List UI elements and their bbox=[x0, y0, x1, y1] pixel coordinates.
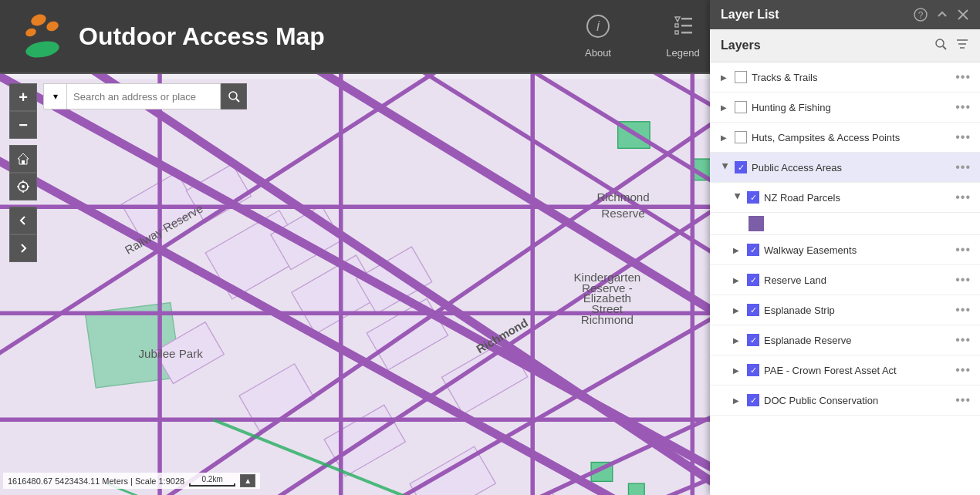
svg-point-87 bbox=[229, 92, 237, 99]
scale-line bbox=[189, 483, 235, 487]
layer-item-hunting[interactable]: ▶ Hunting & Fishing ••• bbox=[710, 93, 980, 123]
back-button[interactable] bbox=[9, 207, 37, 234]
app-logo bbox=[15, 9, 69, 63]
walkway-expand-arrow: ▶ bbox=[733, 246, 742, 254]
layer-panel-collapse-button[interactable] bbox=[935, 8, 949, 22]
esplanade-strip-expand-arrow: ▶ bbox=[733, 306, 742, 315]
hunting-expand-arrow: ▶ bbox=[721, 103, 730, 112]
svg-text:Jubilee Park: Jubilee Park bbox=[138, 347, 203, 360]
esplanade-reserve-more-button[interactable]: ••• bbox=[954, 333, 972, 347]
huts-label: Huts, Campsites & Access Points bbox=[752, 132, 949, 143]
huts-checkbox[interactable] bbox=[735, 131, 747, 143]
search-input[interactable] bbox=[66, 83, 221, 109]
nav-legend-label: Legend bbox=[666, 47, 699, 59]
doc-label: DOC Public Conservation bbox=[764, 395, 949, 406]
public-access-checkbox[interactable]: ✓ bbox=[735, 161, 747, 173]
svg-text:Richmond: Richmond bbox=[596, 190, 649, 204]
layer-panel-header-icons: ? bbox=[914, 8, 969, 22]
svg-point-1 bbox=[45, 20, 59, 33]
scale-coordinates: 1616480.67 5423434.11 Meters | Scale 1:9… bbox=[8, 476, 184, 486]
zoom-in-button[interactable]: + bbox=[9, 83, 37, 111]
layer-item-esplanade-strip[interactable]: ▶ ✓ Esplanade Strip ••• bbox=[710, 295, 980, 325]
about-icon: i bbox=[586, 14, 610, 44]
pae-more-button[interactable]: ••• bbox=[954, 363, 972, 377]
layers-title-bar: Layers bbox=[710, 29, 980, 62]
layer-item-walkway[interactable]: ▶ ✓ Walkway Easements ••• bbox=[710, 235, 980, 265]
layer-panel-close-button[interactable] bbox=[957, 8, 969, 21]
walkway-label: Walkway Easements bbox=[764, 244, 949, 256]
svg-point-0 bbox=[29, 12, 48, 28]
doc-more-button[interactable]: ••• bbox=[954, 393, 972, 407]
doc-checkbox[interactable]: ✓ bbox=[747, 394, 759, 406]
layer-panel-help-button[interactable]: ? bbox=[914, 8, 928, 22]
hunting-more-button[interactable]: ••• bbox=[954, 100, 972, 114]
svg-rect-10 bbox=[675, 31, 678, 34]
svg-rect-11 bbox=[681, 32, 692, 34]
search-dropdown-button[interactable]: ▾ bbox=[43, 83, 66, 109]
svg-rect-8 bbox=[675, 24, 678, 27]
pae-label: PAE - Crown Forest Asset Act bbox=[764, 365, 949, 376]
esplanade-strip-checkbox[interactable]: ✓ bbox=[747, 304, 759, 316]
svg-rect-9 bbox=[681, 25, 692, 27]
doc-expand-arrow: ▶ bbox=[733, 396, 742, 405]
search-bar: ▾ bbox=[43, 83, 247, 109]
layer-item-tracks[interactable]: ▶ Tracks & Trails ••• bbox=[710, 62, 980, 93]
layer-item-esplanade-reserve[interactable]: ▶ ✓ Esplanade Reserve ••• bbox=[710, 325, 980, 355]
walkway-checkbox[interactable]: ✓ bbox=[747, 244, 759, 256]
layers-search-button[interactable] bbox=[934, 37, 948, 54]
public-access-label: Public Access Areas bbox=[752, 162, 949, 173]
layer-item-pae[interactable]: ▶ ✓ PAE - Crown Forest Asset Act ••• bbox=[710, 355, 980, 386]
logo-area: Outdoor Access Map bbox=[0, 9, 432, 63]
reserve-land-expand-arrow: ▶ bbox=[733, 276, 742, 285]
svg-point-2 bbox=[25, 27, 38, 38]
huts-expand-arrow: ▶ bbox=[721, 133, 730, 142]
svg-text:?: ? bbox=[918, 10, 924, 21]
pae-checkbox[interactable]: ✓ bbox=[747, 364, 759, 376]
huts-more-button[interactable]: ••• bbox=[954, 130, 972, 144]
layer-item-huts[interactable]: ▶ Huts, Campsites & Access Points ••• bbox=[710, 123, 980, 153]
layer-panel: Layer List ? Layers ▶ bbox=[710, 0, 980, 495]
locate-button[interactable] bbox=[9, 173, 37, 200]
svg-text:Reserve: Reserve bbox=[601, 207, 645, 220]
layer-item-reserve-land[interactable]: ▶ ✓ Reserve Land ••• bbox=[710, 265, 980, 295]
tracks-more-button[interactable]: ••• bbox=[954, 70, 972, 84]
svg-point-93 bbox=[936, 39, 944, 47]
walkway-more-button[interactable]: ••• bbox=[954, 243, 972, 257]
tracks-label: Tracks & Trails bbox=[752, 72, 949, 83]
reserve-land-more-button[interactable]: ••• bbox=[954, 273, 972, 287]
hunting-checkbox[interactable] bbox=[735, 101, 747, 113]
layer-item-public-access[interactable]: ▶ ✓ Public Access Areas ••• bbox=[710, 153, 980, 183]
home-button[interactable] bbox=[9, 145, 37, 173]
layer-item-nz-road[interactable]: ▶ ✓ NZ Road Parcels ••• bbox=[710, 183, 980, 213]
esplanade-reserve-checkbox[interactable]: ✓ bbox=[747, 334, 759, 346]
svg-point-3 bbox=[25, 39, 61, 59]
svg-point-82 bbox=[22, 185, 25, 188]
reserve-land-checkbox[interactable]: ✓ bbox=[747, 274, 759, 286]
nav-about-label: About bbox=[585, 47, 611, 59]
nav-about-button[interactable]: i About bbox=[556, 0, 640, 73]
esplanade-strip-label: Esplanade Strip bbox=[764, 305, 949, 316]
forward-button[interactable] bbox=[9, 234, 37, 262]
esplanade-reserve-label: Esplanade Reserve bbox=[764, 335, 949, 346]
esplanade-strip-more-button[interactable]: ••• bbox=[954, 303, 972, 317]
nz-road-more-button[interactable]: ••• bbox=[954, 190, 972, 204]
nz-road-swatch bbox=[749, 216, 764, 231]
search-button[interactable] bbox=[221, 83, 247, 109]
scale-toggle-button[interactable]: ▲ bbox=[240, 474, 255, 487]
zoom-out-button[interactable]: − bbox=[9, 111, 37, 139]
tracks-checkbox[interactable] bbox=[735, 71, 747, 83]
svg-line-88 bbox=[236, 99, 239, 102]
scale-visual: 0.2km bbox=[189, 475, 235, 487]
layer-item-doc[interactable]: ▶ ✓ DOC Public Conservation ••• bbox=[710, 386, 980, 416]
layers-heading: Layers bbox=[721, 39, 761, 52]
legend-icon bbox=[669, 14, 697, 44]
layers-filter-button[interactable] bbox=[955, 37, 969, 54]
svg-text:Richmond: Richmond bbox=[581, 313, 634, 326]
layer-panel-title: Layer List bbox=[721, 8, 779, 22]
nz-road-label: NZ Road Parcels bbox=[764, 192, 949, 204]
scale-label: 0.2km bbox=[202, 475, 223, 483]
hunting-label: Hunting & Fishing bbox=[752, 102, 949, 113]
nz-road-checkbox[interactable]: ✓ bbox=[747, 191, 759, 204]
public-access-more-button[interactable]: ••• bbox=[954, 160, 972, 174]
layer-panel-header: Layer List ? bbox=[710, 0, 980, 29]
